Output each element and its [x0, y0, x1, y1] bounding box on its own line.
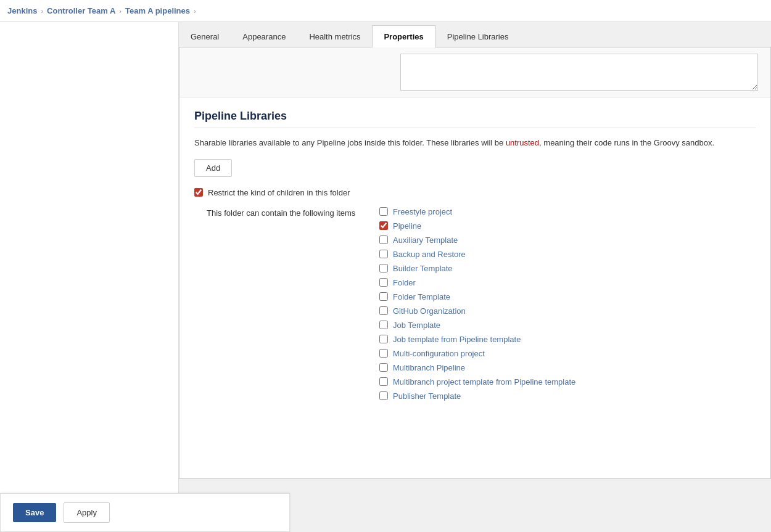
checkbox-publisher[interactable]: [379, 391, 388, 400]
restrict-label[interactable]: Restrict the kind of children in this fo…: [208, 188, 350, 197]
content-area: Pipeline Libraries Sharable libraries av…: [179, 47, 771, 479]
checkbox-row-freestyle: Freestyle project: [379, 207, 575, 216]
top-textarea[interactable]: [400, 54, 758, 91]
desc-part2: , meaning their code runs in the Groovy …: [539, 138, 714, 147]
checkbox-row-pipeline: Pipeline: [379, 221, 575, 231]
checkbox-label-github-org[interactable]: GitHub Organization: [393, 306, 466, 316]
checkbox-folder-template[interactable]: [379, 292, 388, 301]
tab-appearance[interactable]: Appearance: [231, 25, 297, 47]
checkbox-label-publisher[interactable]: Publisher Template: [393, 391, 461, 401]
checkbox-freestyle[interactable]: [379, 207, 388, 216]
checkbox-job-from-pipeline[interactable]: [379, 335, 388, 343]
checkbox-row-multibranch-pipeline-template: Multibranch project template from Pipeli…: [379, 377, 575, 387]
checkbox-label-folder-template[interactable]: Folder Template: [393, 292, 450, 301]
breadcrumb-controller-team[interactable]: Controller Team A: [47, 6, 115, 15]
page-content: General Appearance Health metrics Proper…: [0, 22, 771, 532]
tab-health-metrics[interactable]: Health metrics: [297, 25, 372, 47]
pipeline-libraries-section: Pipeline Libraries Sharable libraries av…: [179, 97, 770, 413]
tab-bar: General Appearance Health metrics Proper…: [179, 22, 771, 47]
checkbox-label-backup[interactable]: Backup and Restore: [393, 250, 466, 259]
checkbox-auxiliary[interactable]: [379, 235, 388, 244]
checkbox-row-publisher: Publisher Template: [379, 391, 575, 401]
checkbox-label-multibranch-pipeline-template[interactable]: Multibranch project template from Pipeli…: [393, 377, 575, 387]
restrict-checkbox[interactable]: [194, 188, 203, 197]
children-label: This folder can contain the following it…: [207, 207, 379, 401]
breadcrumb: Jenkins › Controller Team A › Team A pip…: [0, 0, 771, 22]
breadcrumb-jenkins[interactable]: Jenkins: [7, 6, 37, 15]
checkbox-row-auxiliary: Auxiliary Template: [379, 235, 575, 245]
checkbox-row-job-template: Job Template: [379, 321, 575, 330]
section-description: Sharable libraries available to any Pipe…: [194, 137, 756, 149]
checkbox-label-multi-config[interactable]: Multi-configuration project: [393, 349, 485, 358]
checkbox-pipeline[interactable]: [379, 221, 388, 230]
breadcrumb-sep-1: ›: [41, 7, 43, 15]
tab-properties[interactable]: Properties: [372, 25, 435, 47]
restrict-row: Restrict the kind of children in this fo…: [194, 188, 756, 197]
desc-highlight: untrusted: [506, 138, 539, 147]
save-button[interactable]: Save: [13, 503, 56, 522]
checkbox-label-multibranch[interactable]: Multibranch Pipeline: [393, 363, 465, 372]
checkbox-label-pipeline[interactable]: Pipeline: [393, 221, 421, 231]
children-checkboxes: Freestyle projectPipelineAuxiliary Templ…: [379, 207, 575, 401]
checkbox-label-auxiliary[interactable]: Auxiliary Template: [393, 235, 458, 245]
checkbox-multi-config[interactable]: [379, 349, 388, 358]
checkbox-label-folder[interactable]: Folder: [393, 278, 416, 287]
tab-general[interactable]: General: [179, 25, 231, 47]
checkbox-folder[interactable]: [379, 278, 388, 287]
checkbox-row-folder-template: Folder Template: [379, 292, 575, 301]
checkbox-label-freestyle[interactable]: Freestyle project: [393, 207, 452, 216]
checkbox-label-builder[interactable]: Builder Template: [393, 264, 453, 273]
checkbox-row-github-org: GitHub Organization: [379, 306, 575, 316]
children-section: This folder can contain the following it…: [207, 207, 756, 401]
checkbox-row-folder: Folder: [379, 278, 575, 287]
breadcrumb-sep-2: ›: [119, 7, 122, 15]
checkbox-row-multi-config: Multi-configuration project: [379, 349, 575, 358]
section-title: Pipeline Libraries: [194, 110, 756, 128]
checkbox-multibranch[interactable]: [379, 363, 388, 372]
checkbox-github-org[interactable]: [379, 306, 388, 315]
apply-button[interactable]: Apply: [64, 502, 110, 523]
checkbox-job-template[interactable]: [379, 321, 388, 329]
checkbox-builder[interactable]: [379, 264, 388, 272]
checkbox-backup[interactable]: [379, 250, 388, 258]
top-textarea-row: [179, 47, 770, 97]
checkbox-label-job-template[interactable]: Job Template: [393, 321, 440, 330]
desc-part1: Sharable libraries available to any Pipe…: [194, 138, 506, 147]
action-bar: Save Apply: [0, 493, 290, 532]
add-button[interactable]: Add: [194, 159, 232, 177]
checkbox-row-backup: Backup and Restore: [379, 250, 575, 259]
breadcrumb-team-pipelines[interactable]: Team A pipelines: [125, 6, 190, 15]
tab-pipeline-libraries[interactable]: Pipeline Libraries: [435, 25, 521, 47]
checkbox-row-multibranch: Multibranch Pipeline: [379, 363, 575, 372]
left-panel: [0, 22, 179, 532]
breadcrumb-sep-3: ›: [194, 7, 196, 15]
checkbox-label-job-from-pipeline[interactable]: Job template from Pipeline template: [393, 335, 521, 344]
checkbox-row-job-from-pipeline: Job template from Pipeline template: [379, 335, 575, 344]
checkbox-row-builder: Builder Template: [379, 264, 575, 273]
main-panel: General Appearance Health metrics Proper…: [179, 22, 771, 532]
checkbox-multibranch-pipeline-template[interactable]: [379, 377, 388, 386]
